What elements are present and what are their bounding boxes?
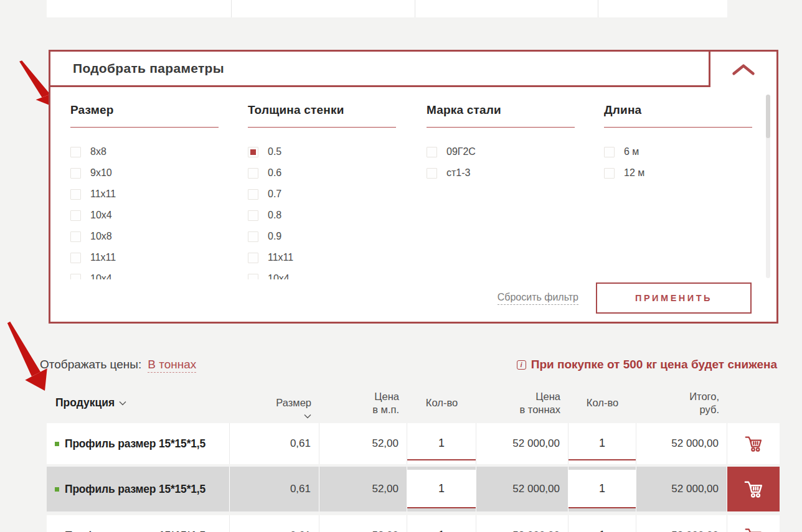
filter-option[interactable]: 10x4 (70, 268, 219, 279)
total-cell: 52 000,00 (636, 467, 727, 511)
checkbox[interactable] (604, 168, 615, 179)
filter-options: 0.5 0.6 0.7 0.8 0.9 11x11 10x4 (248, 141, 396, 279)
checkbox[interactable] (70, 253, 81, 263)
table-row: Профиль размер 15*15*1,5 0,61 52,00 52 0… (47, 515, 780, 532)
column-header-product[interactable]: Продукция (47, 396, 230, 410)
divider (70, 127, 219, 128)
collapse-panel-button[interactable] (709, 52, 776, 87)
qty-mp-input[interactable] (407, 427, 476, 460)
column-header-size[interactable]: Размер (230, 384, 319, 422)
filter-option[interactable]: 6 м (604, 141, 752, 162)
filter-option[interactable]: 11x11 (70, 184, 219, 205)
checkbox[interactable] (248, 210, 258, 221)
price-ton-cell: 52 000,00 (476, 423, 568, 464)
qty-ton-cell (568, 515, 636, 532)
qty-ton-cell (568, 423, 636, 464)
checkbox[interactable] (604, 147, 615, 157)
checkbox[interactable] (248, 274, 258, 280)
cart-cell (727, 467, 780, 511)
price-mp-cell: 52,00 (319, 515, 407, 532)
qty-mp-input[interactable] (407, 470, 476, 508)
filter-option[interactable]: 12 м (604, 162, 752, 184)
filter-group-title: Длина (604, 103, 752, 117)
filter-group-wall-thickness: Толщина стенки 0.5 0.6 0.7 0.8 0.9 11x11… (248, 103, 396, 279)
table-row-highlighted: Профиль размер 15*15*1,5 0,61 52,00 52 0… (47, 467, 780, 511)
cart-cell (727, 515, 780, 532)
filter-option[interactable]: 0.5 (248, 141, 396, 162)
checkbox[interactable] (70, 210, 81, 221)
checkbox[interactable] (427, 147, 437, 157)
chevron-up-icon (731, 63, 756, 76)
add-to-cart-button[interactable] (727, 467, 780, 511)
cart-icon (744, 435, 763, 452)
filter-option[interactable]: 0.7 (248, 184, 396, 205)
apply-filter-button[interactable]: ПРИМЕНИТЬ (596, 282, 752, 314)
qty-mp-input[interactable] (407, 519, 476, 532)
product-name[interactable]: Профиль размер 15*15*1,5 (65, 437, 205, 450)
reset-filter-link[interactable]: Сбросить фильтр (498, 292, 578, 305)
column-header-price-ton: Цена в тоннах (476, 390, 568, 416)
checkbox-checked[interactable] (248, 147, 258, 157)
scrollbar-thumb[interactable] (766, 95, 770, 138)
qty-ton-input[interactable] (568, 519, 636, 532)
checkbox[interactable] (70, 168, 81, 179)
filter-option[interactable]: ст1-3 (427, 162, 575, 184)
filter-option[interactable]: 8x8 (70, 141, 219, 162)
filter-option[interactable]: 09Г2С (427, 141, 575, 162)
filter-panel-title: Подобрать параметры (73, 61, 224, 76)
filter-option[interactable]: 11x11 (70, 247, 219, 268)
checkbox[interactable] (248, 231, 258, 242)
filter-option[interactable]: 0.9 (248, 226, 396, 247)
checkbox[interactable] (70, 189, 81, 200)
size-cell: 0,61 (230, 467, 319, 511)
filter-option[interactable]: 0.8 (248, 205, 396, 226)
panel-actions: Сбросить фильтр ПРИМЕНИТЬ (498, 282, 752, 314)
filter-option[interactable]: 10x4 (248, 268, 396, 279)
checkbox[interactable] (248, 253, 258, 263)
total-cell: 52 000,00 (636, 515, 727, 532)
column-header-price-mp: Цена в м.п. (319, 390, 407, 416)
pricing-bar: Отображать цены:В тоннах i При покупке о… (40, 355, 777, 374)
filter-group-title: Размер (70, 103, 219, 117)
add-to-cart-button[interactable] (727, 515, 780, 532)
filter-option[interactable]: 9x10 (70, 162, 219, 184)
filter-option[interactable]: 10x8 (70, 226, 219, 247)
checkbox[interactable] (248, 168, 258, 179)
display-prices-toggle[interactable]: В тоннах (148, 358, 196, 373)
checkbox[interactable] (70, 274, 81, 280)
filter-panel-body: Размер 8x8 9x10 11x11 10x4 10x8 11x11 10… (50, 87, 776, 322)
stock-bullet-icon (55, 487, 59, 492)
checkbox[interactable] (70, 147, 81, 157)
filter-option[interactable]: 0.6 (248, 162, 396, 184)
filter-option[interactable]: 11x11 (248, 247, 396, 268)
panel-scrollbar[interactable] (766, 95, 770, 278)
divider (427, 127, 575, 128)
stock-bullet-icon (55, 442, 59, 446)
products-table: Продукция Размер Цена в м.п. Кол-во Цена… (47, 383, 780, 532)
qty-mp-cell (407, 423, 476, 464)
filter-option[interactable]: 10x4 (70, 205, 219, 226)
cart-cell (727, 423, 780, 464)
sort-chevron-down-icon (304, 414, 311, 419)
product-name[interactable]: Профиль размер 15*15*1,5 (65, 530, 205, 532)
display-prices: Отображать цены:В тоннах (40, 358, 196, 371)
product-name-cell: Профиль размер 15*15*1,5 (47, 515, 230, 532)
filter-panel: Подобрать параметры Размер 8x8 9x10 11x1… (49, 50, 778, 324)
checkbox[interactable] (248, 189, 258, 200)
column-header-total: Итого, руб. (636, 390, 727, 416)
qty-ton-input[interactable] (568, 470, 636, 508)
qty-ton-input[interactable] (568, 427, 636, 460)
top-strip-cell (598, 0, 727, 17)
product-name[interactable]: Профиль размер 15*15*1,5 (65, 483, 205, 496)
divider (248, 127, 396, 128)
add-to-cart-button[interactable] (727, 423, 780, 464)
cart-icon (743, 480, 763, 498)
qty-ton-cell (568, 467, 636, 511)
checkbox[interactable] (70, 231, 81, 242)
checkbox[interactable] (427, 168, 437, 179)
price-ton-cell: 52 000,00 (476, 515, 568, 532)
sort-chevron-down-icon (119, 401, 126, 406)
table-header: Продукция Размер Цена в м.п. Кол-во Цена… (47, 383, 780, 423)
qty-mp-cell (407, 515, 476, 532)
qty-mp-cell (407, 467, 476, 511)
